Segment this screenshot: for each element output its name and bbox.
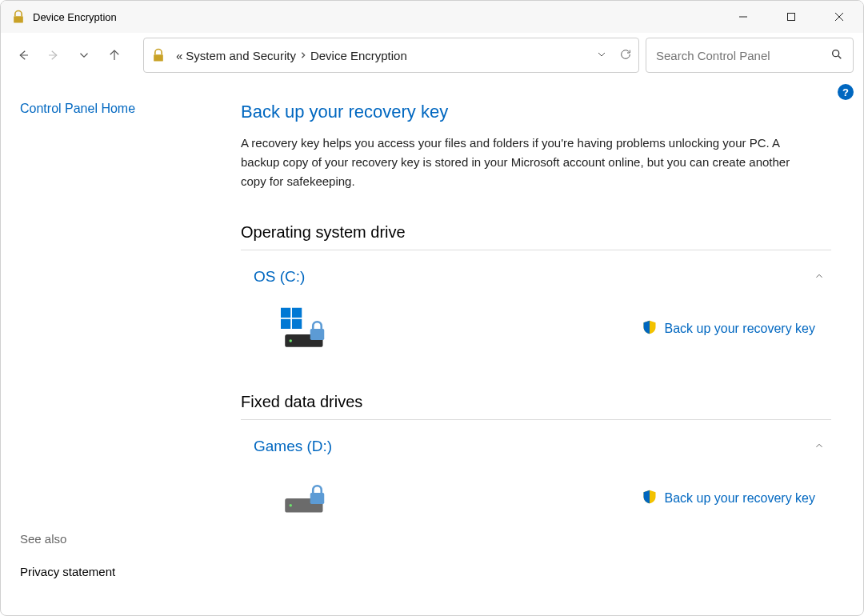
page-description: A recovery key helps you access your fil… xyxy=(241,134,801,191)
bitlocker-icon xyxy=(10,9,26,25)
backup-link-label: Back up your recovery key xyxy=(664,322,815,336)
content-body: ? Control Panel Home See also Privacy st… xyxy=(1,78,863,615)
fixed-drive-label: Games (D:) xyxy=(254,438,332,455)
toolbar: « System and Security Device Encryption xyxy=(1,33,863,78)
fixed-drive-icon xyxy=(281,474,337,522)
window: Device Encryption « System and Security … xyxy=(0,0,864,616)
svg-rect-20 xyxy=(310,493,325,504)
svg-point-9 xyxy=(833,50,839,56)
recent-dropdown-button[interactable] xyxy=(71,42,97,68)
title-bar: Device Encryption xyxy=(1,1,863,33)
back-button[interactable] xyxy=(10,42,36,68)
os-drive-header[interactable]: OS (C:) xyxy=(241,265,831,289)
os-section-title: Operating system drive xyxy=(241,223,831,250)
search-input[interactable] xyxy=(656,49,830,62)
svg-rect-17 xyxy=(310,329,325,340)
maximize-button[interactable] xyxy=(767,1,815,33)
svg-point-16 xyxy=(290,339,293,342)
os-drive-body: Back up your recovery key xyxy=(241,289,831,353)
privacy-statement-link[interactable]: Privacy statement xyxy=(20,565,222,578)
backup-link-label: Back up your recovery key xyxy=(664,491,815,506)
up-button[interactable] xyxy=(102,42,127,68)
svg-rect-2 xyxy=(788,14,795,21)
backup-recovery-key-os-link[interactable]: Back up your recovery key xyxy=(642,319,815,338)
page-heading: Back up your recovery key xyxy=(241,102,831,122)
address-dropdown-button[interactable] xyxy=(595,48,608,63)
forward-button[interactable] xyxy=(41,42,66,68)
bitlocker-small-icon xyxy=(150,47,166,63)
window-controls xyxy=(719,1,863,33)
fixed-drive-section: Fixed data drives Games (D:) xyxy=(241,393,831,522)
breadcrumb-overflow[interactable]: « xyxy=(176,49,182,62)
backup-recovery-key-fixed-link[interactable]: Back up your recovery key xyxy=(642,489,815,508)
svg-rect-8 xyxy=(154,54,163,61)
svg-rect-14 xyxy=(292,319,302,329)
search-icon xyxy=(830,48,843,63)
control-panel-home-link[interactable]: Control Panel Home xyxy=(20,102,222,116)
svg-line-10 xyxy=(838,56,841,58)
refresh-button[interactable] xyxy=(619,48,632,63)
search-box[interactable] xyxy=(646,38,854,73)
svg-rect-12 xyxy=(292,308,302,318)
svg-rect-0 xyxy=(14,16,23,22)
nav-buttons xyxy=(10,42,127,68)
sidebar: Control Panel Home See also Privacy stat… xyxy=(1,78,241,615)
os-drive-label: OS (C:) xyxy=(254,268,305,286)
breadcrumb-seg-1[interactable]: System and Security xyxy=(186,49,296,62)
main-content: Back up your recovery key A recovery key… xyxy=(241,78,863,615)
window-title: Device Encryption xyxy=(33,11,719,23)
svg-rect-11 xyxy=(281,308,290,318)
os-drive-section: Operating system drive OS (C:) xyxy=(241,223,831,353)
svg-rect-13 xyxy=(281,319,290,329)
shield-icon xyxy=(642,319,658,338)
help-icon[interactable]: ? xyxy=(838,84,854,100)
chevron-up-icon xyxy=(814,270,825,284)
shield-icon xyxy=(642,489,658,508)
breadcrumb-seg-2[interactable]: Device Encryption xyxy=(310,49,407,62)
see-also-label: See also xyxy=(20,532,222,546)
minimize-button[interactable] xyxy=(719,1,767,33)
fixed-drive-header[interactable]: Games (D:) xyxy=(241,434,831,458)
os-drive-icon xyxy=(281,305,337,353)
chevron-right-icon xyxy=(299,49,307,62)
chevron-up-icon xyxy=(814,440,825,454)
close-button[interactable] xyxy=(815,1,863,33)
svg-point-19 xyxy=(290,504,293,507)
address-bar[interactable]: « System and Security Device Encryption xyxy=(143,38,639,73)
fixed-section-title: Fixed data drives xyxy=(241,393,831,420)
fixed-drive-body: Back up your recovery key xyxy=(241,458,831,522)
